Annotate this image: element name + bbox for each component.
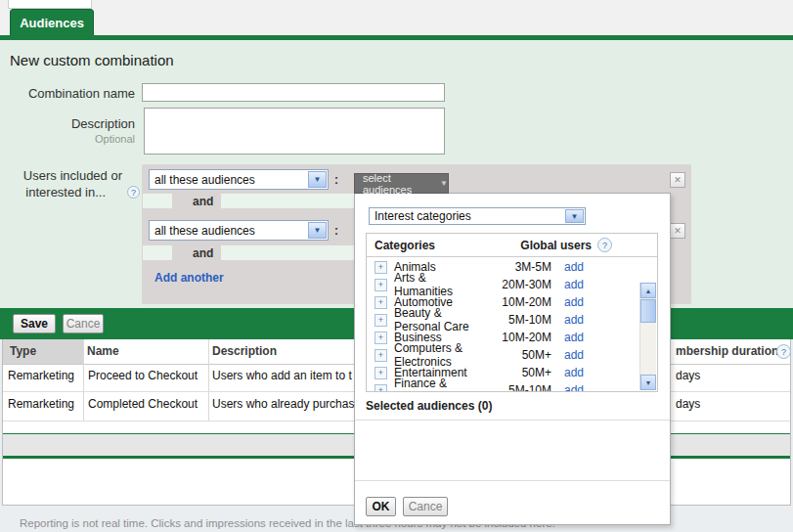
description-optional-label: Optional [0, 133, 135, 145]
category-users: 20M-30M [483, 278, 551, 291]
col-header-categories: Categories [374, 239, 435, 252]
save-button[interactable]: Save [13, 314, 56, 333]
remove-condition-2-icon[interactable]: ✕ [670, 223, 685, 239]
row1-description: Users who add an item to t [212, 369, 352, 382]
col-header-name[interactable]: Name [87, 344, 119, 358]
popup-divider [355, 420, 670, 421]
categories-list: + Animals 3M-5M add + Arts & Humanities … [367, 258, 657, 391]
and-row-notch [143, 245, 172, 260]
audience-match-select-2[interactable]: all these audiences ▼ [149, 220, 329, 241]
column-divider [83, 339, 84, 421]
add-category-link[interactable]: add [551, 383, 596, 391]
expand-plus-icon[interactable]: + [374, 279, 387, 291]
row2-type: Remarketing [8, 397, 74, 411]
row1-type: Remarketing [8, 369, 74, 382]
category-users: 5M-10M [483, 383, 551, 391]
scroll-up-icon[interactable]: ▲ [640, 283, 656, 298]
add-category-link[interactable]: add [551, 331, 596, 344]
expand-plus-icon[interactable]: + [374, 349, 387, 362]
row2-name[interactable]: Completed Checkout [88, 397, 198, 411]
popup-cancel-button[interactable]: Cance [403, 497, 448, 516]
row2-duration: days [676, 397, 700, 411]
category-name: Arts & Humanities [394, 271, 483, 298]
category-users: 10M-20M [483, 331, 551, 344]
colon-separator-1: : [334, 173, 338, 187]
expand-plus-icon[interactable]: + [374, 261, 387, 274]
chevron-down-icon[interactable]: ▼ [308, 222, 327, 239]
category-type-select[interactable]: Interest categories ▼ [369, 207, 586, 225]
selected-audiences-heading: Selected audiences (0) [366, 399, 492, 413]
col-header-membership-duration[interactable]: mbership duration [676, 344, 778, 358]
audience-match-select-2-value: all these audiences [154, 224, 255, 238]
chevron-down-icon[interactable]: ▼ [308, 171, 327, 188]
top-strip [0, 0, 793, 35]
description-label: Description [0, 116, 135, 131]
chevron-down-icon: ▼ [440, 179, 448, 188]
scroll-down-icon[interactable]: ▼ [640, 375, 656, 390]
expand-plus-icon[interactable]: + [374, 332, 387, 344]
description-textarea[interactable] [144, 108, 445, 155]
clipped-top-element [8, 0, 92, 9]
colon-separator-2: : [334, 224, 338, 238]
combination-name-input[interactable] [142, 83, 445, 102]
and-connector-1: and [193, 195, 213, 208]
category-name: Beauty & Personal Care [394, 306, 483, 333]
expand-plus-icon[interactable]: + [374, 296, 387, 309]
row1-name[interactable]: Proceed to Checkout [88, 369, 198, 382]
membership-duration-help-icon[interactable]: ? [776, 344, 791, 359]
popup-divider [355, 480, 670, 481]
add-another-link[interactable]: Add another [154, 271, 224, 285]
categories-table-header: Categories Global users ? [367, 234, 657, 257]
add-category-link[interactable]: add [551, 348, 596, 362]
add-category-link[interactable]: add [551, 278, 596, 291]
add-category-link[interactable]: add [551, 366, 596, 379]
global-users-help-icon[interactable]: ? [597, 238, 612, 252]
expand-plus-icon[interactable]: + [374, 314, 387, 327]
add-category-link[interactable]: add [551, 313, 596, 327]
popup-ok-button[interactable]: OK [366, 497, 396, 516]
categories-scrollbar[interactable]: ▲ ▼ [639, 283, 656, 390]
category-row: + Finance & Insurance 5M-10M add [367, 381, 657, 391]
tab-audiences-label: Audiences [20, 16, 84, 30]
cancel-button[interactable]: Cance [63, 314, 104, 333]
select-audiences-popup: Interest categories ▼ Categories Global … [354, 193, 671, 525]
row2-description: Users who already purchas [212, 397, 354, 411]
category-users: 5M-10M [483, 313, 551, 327]
combination-name-label: Combination name [0, 86, 135, 101]
expand-plus-icon[interactable]: + [374, 384, 387, 392]
select-audiences-button[interactable]: select audiences ▼ [354, 173, 449, 194]
column-divider [208, 339, 209, 421]
category-users: 50M+ [483, 348, 551, 362]
page-title: New custom combination [10, 52, 174, 68]
col-header-description[interactable]: Description [212, 344, 277, 358]
expand-plus-icon[interactable]: + [374, 367, 387, 379]
category-users: 50M+ [483, 366, 551, 379]
category-row: + Arts & Humanities 20M-30M add [367, 276, 657, 293]
chevron-down-icon[interactable]: ▼ [565, 209, 584, 223]
scrollbar-thumb[interactable] [640, 299, 656, 323]
category-type-select-value: Interest categories [374, 209, 471, 223]
add-category-link[interactable]: add [551, 260, 596, 274]
row1-duration: days [676, 369, 700, 382]
audience-match-select-1[interactable]: all these audiences ▼ [149, 169, 329, 190]
and-row-notch [143, 194, 172, 208]
category-users: 10M-20M [483, 295, 551, 309]
category-row: + Computers & Electronics 50M+ add [367, 346, 657, 364]
category-name: Finance & Insurance [394, 377, 483, 391]
col-header-global-users: Global users [520, 239, 592, 252]
and-connector-2: and [193, 246, 213, 260]
col-header-type[interactable]: Type [10, 344, 36, 358]
remove-condition-1-icon[interactable]: ✕ [670, 172, 685, 188]
select-audiences-label: select audiences [363, 172, 433, 196]
users-included-help-icon[interactable]: ? [127, 186, 140, 199]
users-included-label-line1: Users included or [0, 168, 122, 183]
tab-audiences[interactable]: Audiences [10, 9, 94, 35]
categories-table: Categories Global users ? + Animals 3M-5… [366, 233, 658, 392]
add-category-link[interactable]: add [551, 295, 596, 309]
audience-match-select-1-value: all these audiences [154, 173, 255, 187]
category-name: Computers & Electronics [394, 341, 483, 369]
category-users: 3M-5M [483, 260, 551, 274]
category-row: + Beauty & Personal Care 5M-10M add [367, 311, 657, 329]
users-included-label-line2: interested in... [0, 185, 106, 200]
